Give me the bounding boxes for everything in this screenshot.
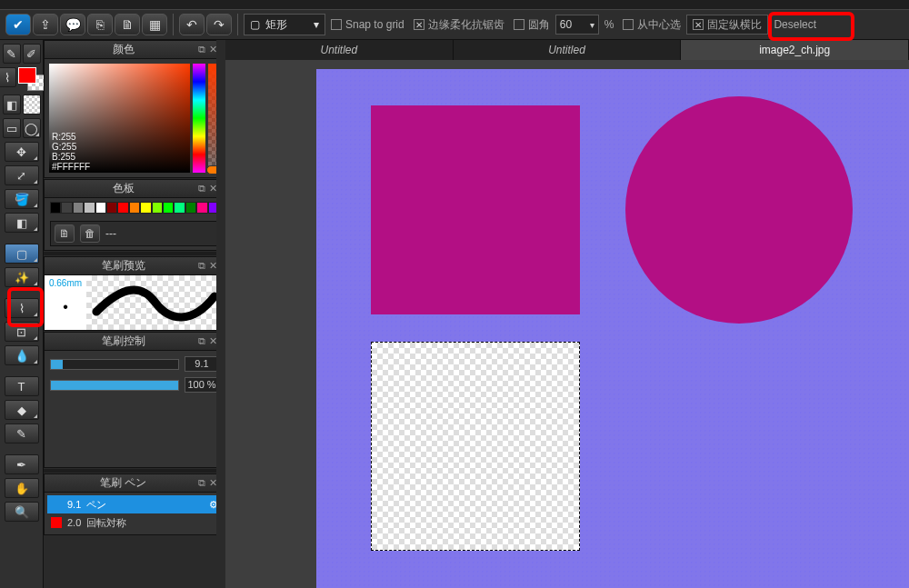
magenta-circle-shape[interactable] xyxy=(625,96,853,324)
comment-button[interactable]: 💬 xyxy=(60,14,85,35)
text-tool[interactable]: T xyxy=(5,376,39,396)
bucket-tool[interactable]: 🪣 xyxy=(5,189,39,209)
panel-header[interactable]: 颜色 ⧉ ✕ xyxy=(45,41,225,59)
fg-color[interactable] xyxy=(18,67,36,84)
crop-tool[interactable]: ⊡ xyxy=(5,322,39,342)
lasso-tool[interactable]: ⌇ xyxy=(5,298,39,318)
popout-icon[interactable]: ⧉ xyxy=(196,477,207,489)
swatch[interactable] xyxy=(174,202,185,214)
pencil-tool[interactable]: ✐ xyxy=(23,44,41,64)
swatch[interactable] xyxy=(196,202,207,214)
rgb-readout: R:255 G:255 B:255 #FFFFFF xyxy=(52,132,90,172)
hand-tool[interactable]: ✋ xyxy=(5,478,39,498)
checkbox[interactable] xyxy=(693,19,704,30)
round-value-field[interactable]: 60 ▾ xyxy=(555,15,599,35)
panel-header[interactable]: 笔刷预览 ⧉ ✕ xyxy=(45,257,225,275)
export-button[interactable]: ⇪ xyxy=(33,14,58,35)
from-center-option[interactable]: 从中心选 xyxy=(619,17,684,33)
swatch[interactable] xyxy=(129,202,140,214)
swatch[interactable] xyxy=(95,202,106,214)
popout-icon[interactable]: ⧉ xyxy=(196,183,207,194)
swatch[interactable] xyxy=(117,202,128,214)
panel-header[interactable]: 色板 ⧉ ✕ xyxy=(45,180,225,198)
doc-tab[interactable]: image2_ch.jpg xyxy=(681,40,909,60)
tab-label: Untitled xyxy=(320,44,357,56)
checkbox[interactable] xyxy=(623,19,634,30)
new-swatch-button[interactable]: 🗎 xyxy=(55,224,75,243)
round-corner-option[interactable]: 圆角 xyxy=(510,17,554,33)
share-button[interactable]: ⎘ xyxy=(87,14,113,35)
snap-to-grid-option[interactable]: Snap to grid xyxy=(327,18,408,31)
ellipse-tool[interactable]: ◯ xyxy=(23,118,41,138)
swatch[interactable] xyxy=(84,202,95,214)
brush-row[interactable]: 2.0 回転対称 xyxy=(47,513,222,532)
checkbox[interactable] xyxy=(331,19,342,30)
rect-tool[interactable]: ▭ xyxy=(3,118,21,138)
shape-tool[interactable]: ◆ xyxy=(5,400,39,420)
opacity-slider[interactable] xyxy=(50,380,179,391)
checkbox[interactable] xyxy=(514,19,524,30)
brush-size-readout: 0.66mm • xyxy=(45,275,86,330)
checkbox[interactable] xyxy=(414,19,425,30)
transform-tool[interactable]: ⤢ xyxy=(5,165,39,185)
brush-tool[interactable]: ✎ xyxy=(3,44,21,64)
marquee-select-tool[interactable]: ▢ xyxy=(5,244,39,264)
size-slider[interactable] xyxy=(50,359,179,370)
eraser-tool[interactable]: ◧ xyxy=(3,95,21,115)
antialias-option[interactable]: 边缘柔化抗锯齿 xyxy=(410,17,508,33)
lock-aspect-option[interactable]: 固定纵横比 xyxy=(686,15,768,35)
hue-slider[interactable] xyxy=(193,64,205,173)
shape-type-label: 矩形 xyxy=(265,17,287,33)
round-value: 60 xyxy=(560,18,572,31)
doc-tab[interactable]: Untitled xyxy=(225,40,454,60)
selection-rectangle[interactable] xyxy=(371,342,580,551)
gradient-tool[interactable]: ◧ xyxy=(5,213,39,233)
popout-icon[interactable]: ⧉ xyxy=(196,335,207,347)
transparency-tool[interactable] xyxy=(23,95,41,115)
commit-button[interactable]: ✔ xyxy=(5,14,31,35)
color-swatch[interactable] xyxy=(18,67,45,91)
panel-title: 笔刷 ペン xyxy=(100,475,146,491)
eyedropper-tool[interactable]: ✎ xyxy=(5,424,39,443)
canvas-area xyxy=(225,60,909,588)
pen-tool[interactable]: ✒ xyxy=(5,454,39,474)
popout-icon[interactable]: ⧉ xyxy=(196,260,207,272)
move-tool[interactable]: ✥ xyxy=(5,142,39,162)
swatch[interactable] xyxy=(61,202,72,214)
swatch-panel: 色板 ⧉ ✕ 🗎 🗑 --- xyxy=(44,179,225,251)
blur-tool[interactable]: 💧 xyxy=(5,345,39,365)
redo-button[interactable]: ↷ xyxy=(206,14,232,35)
magenta-square-shape[interactable] xyxy=(371,105,580,314)
doc-tab[interactable]: Untitled xyxy=(454,40,682,60)
round-label: 圆角 xyxy=(528,17,550,33)
doc-button[interactable]: 🗎 xyxy=(115,14,140,35)
document-tabs: Untitled Untitled image2_ch.jpg xyxy=(225,40,909,60)
panel-header[interactable]: 笔刷控制 ⧉ ✕ xyxy=(45,333,225,351)
swatch[interactable] xyxy=(185,202,196,214)
stroke-preview-icon xyxy=(92,280,219,325)
brush-dot-icon: • xyxy=(63,299,68,315)
opacity-value[interactable]: 100 % xyxy=(185,377,219,393)
undo-button[interactable]: ↶ xyxy=(179,14,205,35)
swatch[interactable] xyxy=(152,202,163,214)
grid-button[interactable]: ▦ xyxy=(142,14,167,35)
swatch[interactable] xyxy=(73,202,84,214)
swatch[interactable] xyxy=(140,202,151,214)
swatch[interactable] xyxy=(163,202,174,214)
popout-icon[interactable]: ⧉ xyxy=(196,44,207,55)
delete-swatch-button[interactable]: 🗑 xyxy=(80,224,100,243)
deselect-button[interactable]: Deselect xyxy=(770,18,820,31)
airbrush-tool[interactable]: ⌇ xyxy=(0,67,16,87)
canvas[interactable] xyxy=(316,69,909,588)
swatch[interactable] xyxy=(106,202,117,214)
size-value[interactable]: 9.1 xyxy=(185,356,219,372)
zoom-tool[interactable]: 🔍 xyxy=(5,502,39,522)
swatch[interactable] xyxy=(50,202,61,214)
panel-scrollbar[interactable] xyxy=(216,40,225,588)
b-value: B:255 xyxy=(52,152,90,162)
brush-row[interactable]: 9.1 ペン ⚙ xyxy=(47,495,222,513)
shape-type-combo[interactable]: ▢ 矩形 ▾ xyxy=(244,14,325,35)
wand-tool[interactable]: ✨ xyxy=(5,267,39,287)
brush-size: 9.1 xyxy=(67,499,81,510)
panel-header[interactable]: 笔刷 ペン ⧉ ✕ xyxy=(45,474,225,493)
